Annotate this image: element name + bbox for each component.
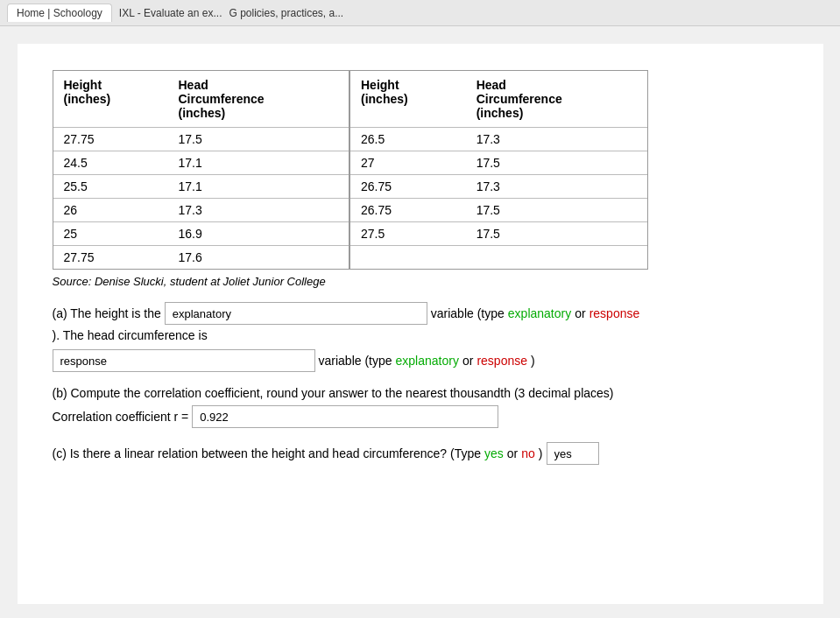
cell-height: 25.5 — [53, 175, 168, 199]
table-row: 2717.5 — [350, 151, 647, 175]
nav-ixl[interactable]: IXL - Evaluate an ex... — [119, 7, 222, 19]
part-c-label-or: or — [507, 446, 518, 460]
part-b-corr-label: Correlation coefficient r = — [53, 410, 189, 424]
part-c-input[interactable] — [547, 442, 599, 465]
part-a-input2[interactable] — [53, 349, 315, 372]
part-a-hint-exp2: explanatory — [396, 354, 459, 368]
table-row: 26.517.3 — [350, 128, 647, 151]
part-a-label-or2: or — [462, 354, 473, 368]
cell-circ: 17.5 — [466, 151, 647, 175]
part-a-label-after: ). The head circumference is — [53, 328, 208, 342]
part-b-block: (b) Compute the correlation coefficient,… — [53, 386, 788, 428]
part-c-hint-yes: yes — [484, 446, 504, 460]
table-row: 25.517.1 — [53, 175, 350, 199]
left-col1-header: Height (inches) — [53, 71, 168, 128]
cell-circ: 16.9 — [168, 222, 350, 246]
browser-bar: Home | Schoology IXL - Evaluate an ex...… — [0, 0, 840, 26]
cell-circ: 17.6 — [168, 246, 350, 270]
nav-schoology[interactable]: Home | Schoology — [7, 4, 112, 22]
table-right: Height (inches) Head Circumference (inch… — [350, 71, 647, 269]
cell-circ: 17.5 — [168, 128, 350, 151]
cell-height: 27 — [350, 151, 466, 175]
table-row-empty — [350, 246, 647, 270]
table-row: 27.7517.6 — [53, 246, 350, 270]
right-col2-header: Head Circumference (inches) — [466, 71, 647, 128]
cell-circ: 17.1 — [168, 175, 350, 199]
table-row: 24.517.1 — [53, 151, 350, 175]
right-col1-header: Height (inches) — [350, 71, 466, 128]
part-a-hint-exp: explanatory — [508, 306, 571, 320]
part-c-label-end: ) — [539, 446, 543, 460]
cell-height: 27.75 — [53, 246, 168, 270]
cell-height: 24.5 — [53, 151, 168, 175]
part-c-hint-no: no — [521, 446, 535, 460]
part-a-hint-resp2: response — [476, 354, 527, 368]
cell-height: 27.5 — [350, 222, 466, 246]
cell-height: 26.75 — [350, 199, 466, 222]
part-b-label: (b) Compute the correlation coefficient,… — [53, 386, 788, 400]
cell-height: 26 — [53, 199, 168, 222]
source-citation: Source: Denise Slucki, student at Joliet… — [53, 275, 788, 288]
table-row: 2516.9 — [53, 222, 350, 246]
cell-height: 27.75 — [53, 128, 168, 151]
left-col2-header: Head Circumference (inches) — [168, 71, 350, 128]
cell-circ: 17.5 — [466, 222, 647, 246]
table-row: 27.7517.5 — [53, 128, 350, 151]
cell-height: 25 — [53, 222, 168, 246]
cell-height: 26.5 — [350, 128, 466, 151]
main-content: Height (inches) Head Circumference (inch… — [18, 44, 823, 604]
part-b-corr-input[interactable] — [192, 405, 498, 428]
part-a-input1[interactable] — [165, 302, 427, 325]
part-a-label-middle: variable (type — [431, 306, 505, 320]
table-row: 27.517.5 — [350, 222, 647, 246]
part-a-hint-resp: response — [589, 306, 640, 320]
cell-circ: 17.3 — [168, 199, 350, 222]
part-a-label-before: (a) The height is the — [53, 306, 161, 320]
data-table: Height (inches) Head Circumference (inch… — [53, 70, 648, 270]
table-row: 26.7517.3 — [350, 175, 647, 199]
cell-circ: 17.1 — [168, 151, 350, 175]
part-c-label: (c) Is there a linear relation between t… — [53, 446, 482, 460]
part-a-label-or: or — [575, 306, 585, 320]
part-a-label-end: variable (type — [319, 354, 392, 368]
cell-circ: 17.3 — [466, 175, 647, 199]
table-left: Height (inches) Head Circumference (inch… — [53, 71, 351, 269]
cell-circ: 17.5 — [466, 199, 647, 222]
part-c-line: (c) Is there a linear relation between t… — [53, 442, 788, 465]
nav-google[interactable]: G policies, practices, a... — [229, 7, 343, 19]
table-row: 26.7517.5 — [350, 199, 647, 222]
cell-circ: 17.3 — [466, 128, 647, 151]
table-row: 2617.3 — [53, 199, 350, 222]
part-a-line2: variable (type explanatory or response ) — [53, 349, 788, 372]
part-b-corr-line: Correlation coefficient r = — [53, 405, 788, 428]
part-a-block: (a) The height is the variable (type exp… — [53, 302, 788, 372]
part-c-block: (c) Is there a linear relation between t… — [53, 442, 788, 465]
part-a-label-end2: ) — [531, 354, 535, 368]
part-a-line1: (a) The height is the variable (type exp… — [53, 302, 788, 342]
cell-height: 26.75 — [350, 175, 466, 199]
